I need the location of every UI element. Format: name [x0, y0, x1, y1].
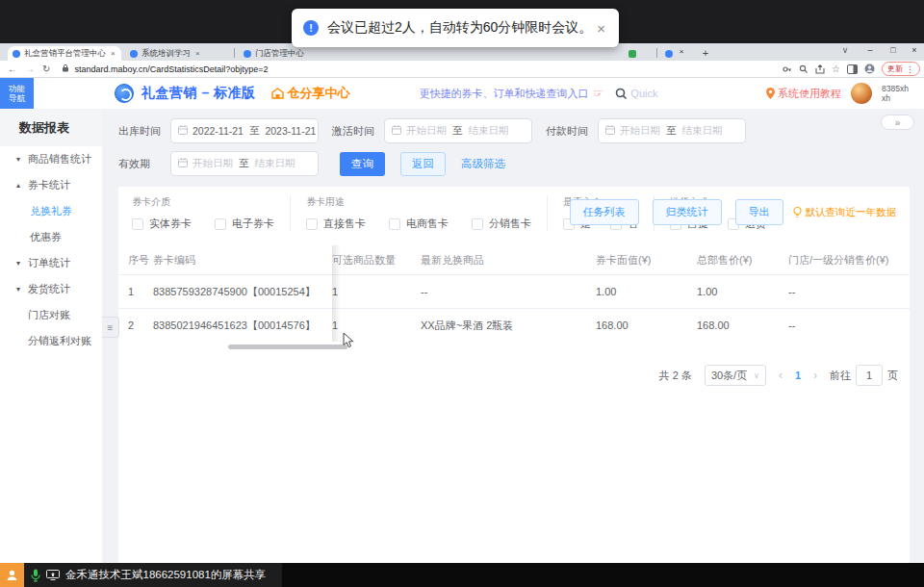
checkbox-electronic-card[interactable]: 电子券卡	[215, 217, 274, 231]
share-icon[interactable]	[815, 64, 825, 74]
shared-screen: 礼盒营销平台管理中心 × 系统培训学习 × 门店管理中心 × + ∨	[0, 0, 924, 587]
browser-menu-icon[interactable]: ⋮	[906, 64, 914, 74]
sidebar-item-discount-coupon[interactable]: 优惠券	[0, 224, 102, 250]
checkbox-icon[interactable]	[472, 218, 483, 230]
end-date-placeholder: 结束日期	[255, 157, 295, 170]
window-maximize-button[interactable]: □	[886, 45, 901, 55]
window-close-button[interactable]: ×	[907, 45, 922, 55]
password-key-icon[interactable]	[783, 64, 792, 74]
current-page[interactable]: 1	[795, 370, 801, 381]
forward-icon[interactable]: →	[25, 64, 35, 74]
checkbox-icon[interactable]	[306, 218, 318, 230]
cell-face-value: 1.00	[596, 286, 697, 297]
export-button[interactable]: 导出	[735, 199, 783, 225]
col-header-code: 券卡编码	[153, 253, 332, 268]
panel-collapse-button[interactable]: »	[881, 115, 914, 130]
chrome-update-button[interactable]: 更新 ⋮	[882, 62, 920, 76]
warehouse-icon	[271, 88, 284, 99]
outbound-date-range-input[interactable]: 2022-11-21 至 2023-11-21	[170, 118, 319, 143]
checkbox-band: 券卡介质 实体券卡 电子券卡 券卡用途 直接售卡 电商售卡	[118, 187, 910, 242]
checkbox-group-usage: 券卡用途 直接售卡 电商售卡 分销售卡	[290, 195, 547, 231]
prev-page-icon[interactable]: ‹	[779, 369, 783, 382]
user-avatar[interactable]	[851, 83, 872, 104]
sidebar-collapse-handle[interactable]: ≡	[102, 317, 119, 338]
sidebar-item-shipping-stats[interactable]: ▾发货统计	[0, 276, 102, 302]
checkbox-icon[interactable]	[389, 218, 400, 230]
microphone-icon	[31, 569, 40, 582]
task-list-button[interactable]: 任务列表	[570, 199, 639, 225]
sidebar-item-exchange-coupon[interactable]: 兑换礼券	[0, 198, 102, 224]
quick-entry-link[interactable]: 更快捷的券卡、订单和快递查询入口 ☞	[420, 87, 604, 101]
checkbox-physical-card[interactable]: 实体券卡	[132, 217, 192, 231]
tutorial-label: 系统使用教程	[778, 87, 841, 101]
goto-page-input[interactable]	[856, 365, 883, 386]
new-tab-button[interactable]: +	[699, 47, 712, 59]
browser-tab-active[interactable]: 礼盒营销平台管理中心 ×	[8, 46, 121, 61]
browser-tab-partial[interactable]	[624, 46, 653, 61]
search-button[interactable]: 查询	[340, 152, 385, 176]
chevron-down-icon: ∨	[754, 371, 759, 380]
location-pin-icon	[766, 88, 775, 99]
app-header: 功能 导航 礼盒营销 – 标准版 仓分享中心 更快捷的券卡、订单和快递查询入口 …	[0, 78, 924, 109]
back-button[interactable]: 返回	[400, 152, 446, 176]
checkbox-group-medium: 券卡介质 实体券卡 电子券卡	[132, 195, 290, 231]
sidebar-item-distribution-rebate[interactable]: 分销返利对账	[0, 328, 102, 354]
reload-icon[interactable]: ↻	[42, 64, 50, 74]
col-header-face-value: 券卡面值(¥)	[596, 253, 697, 268]
checkbox-direct-sale[interactable]: 直接售卡	[306, 217, 366, 231]
mouse-cursor	[343, 332, 355, 349]
share-center-link[interactable]: 仓分享中心	[271, 85, 350, 102]
activate-date-range-input[interactable]: 开始日期 至 结束日期	[384, 118, 532, 143]
next-page-icon[interactable]: ›	[813, 369, 817, 382]
tab-close-icon[interactable]: ×	[111, 49, 116, 58]
tab-favicon	[130, 50, 138, 58]
checkbox-distribution-sale[interactable]: 分销售卡	[472, 217, 531, 231]
checkbox-ecommerce-sale[interactable]: 电商售卡	[389, 217, 449, 231]
payment-date-range-input[interactable]: 开始日期 至 结束日期	[598, 118, 746, 143]
sidebar-item-label: 订单统计	[28, 256, 70, 270]
validity-date-range-input[interactable]: 开始日期 至 结束日期	[170, 151, 319, 176]
filter-row-2: 有效期 开始日期 至 结束日期 查询 返回 高级筛选	[118, 151, 910, 176]
toast-close-icon[interactable]: ×	[595, 20, 607, 37]
quick-search[interactable]: Quick	[615, 88, 657, 100]
goto-page: 前往 页	[830, 365, 898, 386]
checkbox-icon[interactable]	[215, 218, 226, 230]
classify-stats-button[interactable]: 归类统计	[653, 199, 722, 225]
sidebar-item-label: 券卡统计	[28, 178, 70, 192]
cell-code: 8385021946451623【00014576】	[153, 319, 332, 333]
page-size-select[interactable]: 30条/页 ∨	[705, 365, 766, 386]
sidebar-item-product-sales[interactable]: ▾商品销售统计	[0, 146, 102, 172]
sidebar-item-card-stats[interactable]: ▴券卡统计	[0, 172, 102, 198]
function-nav-button[interactable]: 功能 导航	[0, 78, 34, 109]
back-icon[interactable]: ←	[8, 64, 17, 74]
username-line1: 8385xh	[882, 84, 909, 93]
tab-close-icon[interactable]: ×	[674, 47, 689, 56]
window-minimize-button[interactable]: –	[862, 45, 878, 55]
tab-close-icon[interactable]: ×	[195, 49, 200, 58]
browser-tab[interactable]: 门店管理中心	[239, 46, 345, 61]
side-panel-icon[interactable]	[847, 64, 858, 74]
scrollbar-thumb[interactable]	[228, 345, 347, 349]
checkbox-label: 分销售卡	[489, 217, 531, 231]
end-date-placeholder: 结束日期	[469, 124, 509, 138]
cell-store-price: --	[788, 319, 910, 331]
url-text[interactable]: standard.maboy.cn/CardStatisticsDetail?o…	[74, 64, 268, 74]
tutorial-link[interactable]: 系统使用教程	[766, 87, 841, 101]
header-right: 系统使用教程 8385xh xh	[766, 83, 909, 104]
table-row[interactable]: 1 8385759328745900【00015254】 1 -- 1.00 1…	[118, 274, 910, 308]
checkbox-icon[interactable]	[132, 218, 143, 230]
browser-tab[interactable]: 系统培训学习 ×	[125, 46, 231, 61]
table-row[interactable]: 2 8385021946451623【00014576】 1 XX品牌~果酒 2…	[118, 308, 910, 342]
cell-hq-price: 1.00	[697, 286, 788, 297]
calendar-icon	[392, 125, 401, 137]
checkbox-label: 直接售卡	[323, 217, 366, 231]
cell-code: 8385759328745900【00015254】	[153, 285, 332, 299]
filter-label: 有效期	[118, 157, 170, 171]
sidebar-item-order-stats[interactable]: ▾订单统计	[0, 250, 102, 276]
advanced-filter-link[interactable]: 高级筛选	[461, 157, 505, 171]
sidebar-item-store-reconcile[interactable]: 门店对账	[0, 302, 102, 328]
tab-search-chevron-icon[interactable]: ∨	[837, 45, 853, 55]
bookmark-star-icon[interactable]: ☆	[832, 64, 840, 74]
zoom-icon[interactable]	[799, 64, 808, 74]
profile-avatar-icon[interactable]	[864, 64, 875, 74]
